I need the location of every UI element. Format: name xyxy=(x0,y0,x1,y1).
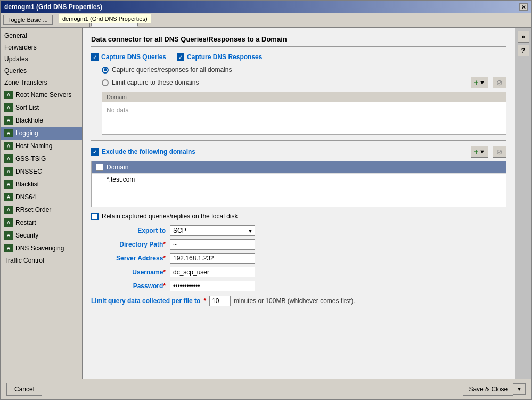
save-close-dropdown[interactable]: ▼ xyxy=(513,383,526,395)
a-icon-rrset-order: A xyxy=(4,206,13,214)
sidebar: General Forwarders Updates Queries Zone … xyxy=(1,28,83,379)
sidebar-item-traffic-control[interactable]: Traffic Control xyxy=(1,255,82,266)
panel-help-button[interactable]: ? xyxy=(518,45,529,56)
a-icon-host-naming: A xyxy=(4,142,13,150)
sidebar-item-blackhole[interactable]: A Blackhole xyxy=(1,114,82,127)
exclude-table-empty-space xyxy=(92,185,506,207)
a-icon-gss-tsig: A xyxy=(4,154,13,163)
radio-group: Capture queries/responses for all domain… xyxy=(102,66,506,88)
sidebar-item-gss-tsig[interactable]: A GSS-TSIG xyxy=(1,152,82,165)
dns-capture-row: Capture DNS Queries Capture DNS Response… xyxy=(91,53,506,61)
save-close-group: Save & Close ▼ xyxy=(463,383,526,396)
right-panel: » ? xyxy=(515,28,531,379)
sidebar-item-host-naming[interactable]: A Host Naming xyxy=(1,140,82,152)
domain-add-button[interactable]: + ▼ xyxy=(471,77,488,88)
limit-input[interactable] xyxy=(209,296,231,306)
sidebar-item-general[interactable]: General xyxy=(1,30,82,42)
server-address-input[interactable] xyxy=(170,253,255,264)
exclude-row-check[interactable] xyxy=(96,176,103,183)
panel-collapse-button[interactable]: » xyxy=(518,31,529,43)
radio-limit-domains[interactable] xyxy=(102,79,109,86)
exclude-table-row[interactable]: *.test.com xyxy=(92,173,506,185)
limit-row: Limit query data collected per file to *… xyxy=(91,296,506,306)
sidebar-item-dnssec[interactable]: A DNSSEC xyxy=(1,165,82,178)
exclude-label: Exclude the following domains xyxy=(102,148,195,156)
window-title: demogm1 (Grid DNS Properties) xyxy=(4,3,102,11)
sidebar-item-dns64[interactable]: A DNS64 xyxy=(1,191,82,203)
save-close-button[interactable]: Save & Close xyxy=(463,383,513,396)
a-icon-dnssec: A xyxy=(4,167,13,176)
directory-path-label: Directory Path* xyxy=(91,241,166,248)
bottom-bar: Cancel Save & Close ▼ xyxy=(1,379,531,399)
sidebar-label-traffic-control: Traffic Control xyxy=(4,257,44,264)
sidebar-item-sort-list[interactable]: A Sort List xyxy=(1,101,82,114)
sidebar-item-forwarders[interactable]: Forwarders xyxy=(1,42,82,53)
export-to-select[interactable]: SCP FTP SFTP xyxy=(170,225,255,236)
password-input[interactable] xyxy=(170,281,255,291)
exclude-block-button[interactable]: ⊘ xyxy=(493,146,506,158)
directory-path-input[interactable] xyxy=(170,239,255,250)
sidebar-item-zone-transfers[interactable]: Zone Transfers xyxy=(1,77,82,88)
sidebar-item-security[interactable]: A Security xyxy=(1,229,82,242)
radio-all-label: Capture queries/responses for all domain… xyxy=(112,66,232,74)
a-icon-restart: A xyxy=(4,218,13,227)
exclude-add-button[interactable]: + ▼ xyxy=(471,146,488,158)
sidebar-item-rrset-order[interactable]: A RRset Order xyxy=(1,203,82,216)
content-area: Data connector for all DNS Queries/Respo… xyxy=(83,28,515,379)
retain-checkbox[interactable] xyxy=(91,213,99,220)
sidebar-item-queries[interactable]: Queries xyxy=(1,65,82,77)
sidebar-label-host-naming: Host Naming xyxy=(15,142,52,150)
directory-required-star: * xyxy=(163,241,166,248)
sidebar-label-logging: Logging xyxy=(15,129,38,137)
a-icon-logging: A xyxy=(4,129,13,137)
main-area: General Forwarders Updates Queries Zone … xyxy=(1,28,531,379)
cancel-button[interactable]: Cancel xyxy=(6,383,42,396)
sidebar-item-blacklist[interactable]: A Blacklist xyxy=(1,178,82,191)
username-input[interactable] xyxy=(170,267,255,277)
sidebar-label-dns-scavenging: DNS Scavenging xyxy=(15,244,64,252)
domain-block-button[interactable]: ⊘ xyxy=(493,77,506,88)
limit-suffix: minutes or 100MB (whichever comes first)… xyxy=(234,297,355,305)
capture-responses-label[interactable]: Capture DNS Responses xyxy=(177,53,262,61)
exclude-checkbox[interactable] xyxy=(91,148,99,156)
exclude-header-check xyxy=(96,164,103,171)
limit-required-star: * xyxy=(203,297,206,305)
a-icon-sort-list: A xyxy=(4,103,13,112)
sidebar-label-queries: Queries xyxy=(4,67,27,75)
sidebar-label-restart: Restart xyxy=(15,219,36,226)
sidebar-item-updates[interactable]: Updates xyxy=(1,53,82,65)
sidebar-label-zone-transfers: Zone Transfers xyxy=(4,79,47,86)
domain-action-buttons: + ▼ ⊘ xyxy=(471,77,506,88)
capture-queries-checkbox[interactable] xyxy=(91,53,99,61)
toggle-basic-button[interactable]: Toggle Basic ... xyxy=(3,15,53,25)
sidebar-item-restart[interactable]: A Restart xyxy=(1,216,82,229)
plus-icon-exclude: + xyxy=(474,148,478,156)
sidebar-item-dns-scavenging[interactable]: A DNS Scavenging xyxy=(1,242,82,255)
sidebar-label-root-name-servers: Root Name Servers xyxy=(15,91,71,99)
sidebar-label-dnssec: DNSSEC xyxy=(15,168,42,175)
exclude-table: Domain *.test.com xyxy=(91,161,506,207)
exclude-table-header: Domain xyxy=(92,161,506,173)
form-grid: Export to SCP FTP SFTP ▼ Directory Path*… xyxy=(91,225,506,291)
radio-all-domains[interactable] xyxy=(102,67,109,74)
capture-responses-checkbox[interactable] xyxy=(177,53,184,61)
close-button[interactable]: ✕ xyxy=(519,3,528,11)
exclude-add-arrow: ▼ xyxy=(479,149,485,155)
sidebar-item-root-name-servers[interactable]: A Root Name Servers xyxy=(1,88,82,101)
add-dropdown-arrow: ▼ xyxy=(479,79,485,86)
divider1 xyxy=(91,140,506,141)
capture-queries-label[interactable]: Capture DNS Queries xyxy=(91,53,166,61)
sidebar-label-forwarders: Forwarders xyxy=(4,44,37,51)
sidebar-label-blacklist: Blacklist xyxy=(15,181,39,188)
export-to-wrapper: SCP FTP SFTP ▼ xyxy=(170,225,255,236)
domain-table-header-top: Domain xyxy=(102,92,506,102)
capture-responses-text: Capture DNS Responses xyxy=(187,53,262,61)
a-icon-security: A xyxy=(4,231,13,240)
tab-bar: demogm1 (Grid DNS Properties) Toggle Bas… xyxy=(1,13,531,28)
sidebar-item-logging[interactable]: A Logging xyxy=(1,127,82,140)
title-bar: demogm1 (Grid DNS Properties) ✕ xyxy=(1,1,531,13)
exclude-header: Exclude the following domains + ▼ ⊘ xyxy=(91,146,506,158)
sidebar-label-sort-list: Sort List xyxy=(15,104,39,111)
plus-icon: + xyxy=(474,78,478,87)
sidebar-label-dns64: DNS64 xyxy=(15,193,36,201)
